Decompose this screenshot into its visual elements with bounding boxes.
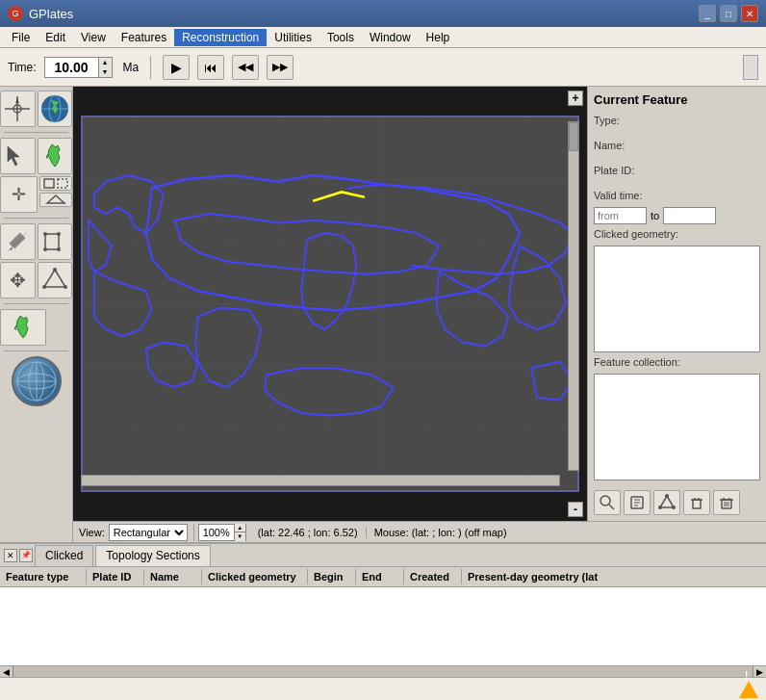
svg-point-51 xyxy=(672,506,676,509)
edit-tool-button[interactable] xyxy=(624,490,651,515)
window-controls[interactable]: _ □ ✕ xyxy=(699,5,758,22)
scroll-left-button[interactable]: ◀ xyxy=(0,666,13,678)
query-icon xyxy=(599,494,616,511)
play-button[interactable]: ▶ xyxy=(163,55,190,80)
maximize-button[interactable]: □ xyxy=(720,5,737,22)
scroll-right-button[interactable]: ▶ xyxy=(753,666,766,678)
tool-separator-2 xyxy=(4,218,69,219)
col-clicked-geom[interactable]: Clicked geometry xyxy=(202,569,308,584)
menu-help[interactable]: Help xyxy=(419,29,458,46)
close-button[interactable]: ✕ xyxy=(741,5,758,22)
valid-time-inputs: to xyxy=(594,207,760,224)
move-vertex-button[interactable]: ✥ xyxy=(0,262,36,298)
small-tool-1[interactable] xyxy=(39,176,72,191)
menu-utilities[interactable]: Utilities xyxy=(267,29,319,46)
africa-small-button[interactable] xyxy=(0,309,46,346)
toolbar-scrollbar[interactable] xyxy=(743,55,758,80)
menu-features[interactable]: Features xyxy=(114,29,174,46)
map-zoom-in-button[interactable]: + xyxy=(568,91,583,106)
africa-tool-button[interactable] xyxy=(38,138,73,174)
col-created[interactable]: Created xyxy=(404,569,462,584)
compass-icon xyxy=(3,94,32,123)
delete-tool-button[interactable] xyxy=(683,490,710,515)
svg-point-22 xyxy=(42,285,46,289)
svg-point-16 xyxy=(57,232,61,236)
africa-globe-button[interactable] xyxy=(38,91,73,127)
time-up-spinner[interactable]: ▲ xyxy=(98,58,112,67)
globe-sphere-icon xyxy=(13,358,60,404)
vscroll-thumb[interactable] xyxy=(569,122,578,151)
menu-view[interactable]: View xyxy=(73,29,114,46)
compass-tool-button[interactable] xyxy=(0,91,36,127)
topology-sections-tab[interactable]: Topology Sections xyxy=(95,545,210,566)
small-tool-2[interactable] xyxy=(39,193,72,207)
africa-green-icon xyxy=(38,140,71,172)
menu-tools[interactable]: Tools xyxy=(319,29,362,46)
trash-tool-button[interactable] xyxy=(713,490,740,515)
prev-frame-button[interactable]: ◀◀ xyxy=(232,55,259,80)
col-present-day[interactable]: Present-day geometry (lat xyxy=(462,569,766,584)
col-name[interactable]: Name xyxy=(144,569,202,584)
col-feature-type[interactable]: Feature type xyxy=(0,569,87,584)
valid-time-label: Valid time: xyxy=(594,190,661,201)
map-hscrollbar[interactable] xyxy=(81,475,560,486)
bottom-close-button[interactable]: ✕ xyxy=(4,549,17,562)
map-canvas[interactable] xyxy=(81,116,579,492)
time-input[interactable] xyxy=(45,58,98,77)
svg-rect-53 xyxy=(693,500,701,508)
next-frame-button[interactable]: ▶▶ xyxy=(267,55,294,80)
trash-icon xyxy=(718,494,735,511)
map-zoom-out-button[interactable]: - xyxy=(568,502,583,517)
query-tool-button[interactable] xyxy=(594,490,621,515)
time-input-wrapper: ▲ ▼ xyxy=(44,57,113,78)
valid-time-from-input[interactable] xyxy=(594,207,647,224)
svg-point-50 xyxy=(665,494,669,498)
valid-time-row: Valid time: xyxy=(594,190,760,201)
plate-id-row: Plate ID: xyxy=(594,165,760,176)
arrow-tool-icon xyxy=(4,143,31,169)
menu-window[interactable]: Window xyxy=(362,29,419,46)
globe-tool-button[interactable] xyxy=(12,356,62,406)
main-toolbar: Time: ▲ ▼ Ma ▶ ⏮ ◀◀ ▶▶ xyxy=(0,48,766,87)
col-end[interactable]: End xyxy=(356,569,404,584)
pan-tool-button[interactable]: ✛ xyxy=(0,176,38,213)
geometry-tool-button[interactable] xyxy=(653,490,680,515)
feature-coll-label: Feature collection: xyxy=(594,356,760,368)
feature-coll-input[interactable] xyxy=(594,374,760,480)
clicked-geom-input[interactable] xyxy=(594,246,760,352)
svg-rect-14 xyxy=(45,234,59,249)
view-select[interactable]: Rectangular Globe xyxy=(109,524,188,541)
col-plate-id[interactable]: Plate ID xyxy=(87,569,144,584)
tool-group-1 xyxy=(0,91,72,127)
vertex-tool-button[interactable] xyxy=(38,262,73,298)
arrow-tool-button[interactable] xyxy=(0,138,36,174)
rewind-button[interactable]: ⏮ xyxy=(197,55,224,80)
left-toolbar: ✛ xyxy=(0,87,73,542)
zoom-up-spinner[interactable]: ▲ xyxy=(235,524,245,532)
tool-separator-3 xyxy=(4,303,69,304)
zoom-input[interactable] xyxy=(199,525,234,540)
map-vscrollbar[interactable] xyxy=(568,121,579,471)
time-down-spinner[interactable]: ▼ xyxy=(98,67,112,77)
table-body xyxy=(0,587,766,665)
map-viewport[interactable]: + - xyxy=(73,87,587,521)
map-svg xyxy=(83,117,577,490)
feature-coll-row: Feature collection: xyxy=(594,356,760,368)
clicked-tab[interactable]: Clicked xyxy=(35,545,93,566)
svg-point-20 xyxy=(53,268,57,272)
menu-reconstruction[interactable]: Reconstruction xyxy=(174,29,267,46)
polygon-draw-button[interactable] xyxy=(38,223,73,260)
tool-group-5: ✥ xyxy=(0,262,72,298)
bottom-pin-button[interactable]: 📌 xyxy=(19,549,33,562)
menu-file[interactable]: File xyxy=(4,29,38,46)
bottom-hscrollbar[interactable]: ◀ ▶ xyxy=(0,665,766,677)
clicked-geom-label: Clicked geometry: xyxy=(594,228,760,240)
africa-globe-icon xyxy=(38,92,71,125)
pencil-tool-button[interactable] xyxy=(0,223,36,260)
menu-edit[interactable]: Edit xyxy=(38,29,73,46)
zoom-down-spinner[interactable]: ▼ xyxy=(235,532,245,541)
valid-time-to-input[interactable] xyxy=(663,207,716,224)
delete-icon xyxy=(688,494,705,511)
minimize-button[interactable]: _ xyxy=(699,5,716,22)
col-begin[interactable]: Begin xyxy=(308,569,356,584)
